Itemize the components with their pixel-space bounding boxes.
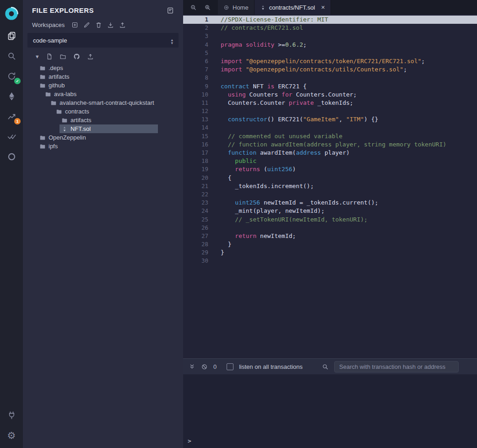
line-number: 2 <box>183 24 208 32</box>
code-line[interactable]: 8 <box>183 74 477 82</box>
solidity-analysis-icon[interactable]: 1 <box>0 106 23 126</box>
code-line[interactable]: 15 // commented out unused variable <box>183 132 477 140</box>
code-line[interactable]: 10 using Counters for Counters.Counter; <box>183 91 477 99</box>
circle-plugin-icon[interactable] <box>0 146 23 167</box>
tree-item[interactable]: NFT.sol <box>23 124 183 133</box>
code-line[interactable]: 3 <box>183 32 477 40</box>
tree-item[interactable]: avalanche-smart-contract-quickstart <box>23 98 183 107</box>
terminal-search-input[interactable] <box>334 361 459 372</box>
file-explorer-icon[interactable] <box>0 26 23 46</box>
line-number: 14 <box>183 124 208 132</box>
code-line[interactable]: 28 } <box>183 240 477 248</box>
code-line[interactable]: 9contract NFT is ERC721 { <box>183 82 477 91</box>
clear-console-icon[interactable] <box>201 363 208 370</box>
code-line[interactable]: 7import "@openzeppelin/contracts/utils/C… <box>183 65 477 74</box>
line-number: 6 <box>183 57 208 65</box>
line-number: 16 <box>183 140 208 149</box>
unit-testing-icon[interactable] <box>0 126 23 146</box>
clone-github-icon[interactable] <box>73 53 80 60</box>
line-number: 18 <box>183 157 208 165</box>
plugin-manager-icon[interactable] <box>0 405 23 425</box>
tree-item[interactable]: OpenZeppelin <box>23 133 183 142</box>
tree-item[interactable]: contracts <box>23 107 183 116</box>
code-line[interactable]: 21 _tokenIds.increment(); <box>183 182 477 190</box>
code-line[interactable]: 18 public <box>183 157 477 165</box>
code-line[interactable]: 11 Counters.Counter private _tokenIds; <box>183 99 477 107</box>
tree-item-label: github <box>49 81 65 90</box>
code-line[interactable]: 12 <box>183 107 477 115</box>
download-workspaces-icon[interactable] <box>107 22 114 28</box>
icon-sidebar-top: ✓1 <box>0 2 23 167</box>
line-number: 27 <box>183 232 208 240</box>
icon-sidebar: ✓1 ⚙ <box>0 0 23 448</box>
terminal-output[interactable]: > <box>183 374 477 448</box>
tree-item[interactable]: ipfs <box>23 142 183 151</box>
line-number: 26 <box>183 224 208 232</box>
workspace-selector[interactable]: code-sample ▴▾ <box>27 33 179 48</box>
code-line[interactable]: 26 <box>183 224 477 232</box>
code-editor[interactable]: 1//SPDX-License-Identifier: MIT2// contr… <box>183 15 477 358</box>
file-tree-toolbar: ▾ <box>23 48 183 63</box>
new-folder-icon[interactable] <box>60 53 66 60</box>
line-number: 30 <box>183 257 208 265</box>
close-tab-icon[interactable]: ✕ <box>321 5 325 11</box>
code-line[interactable]: 30 <box>183 257 477 265</box>
code-line[interactable]: 20 { <box>183 174 477 182</box>
code-line[interactable]: 23 uint256 newItemId = _tokenIds.current… <box>183 199 477 207</box>
collapse-tree-icon[interactable]: ▾ <box>36 54 39 59</box>
tree-item-label: OpenZeppelin <box>49 133 86 142</box>
code-line[interactable]: 14 <box>183 124 477 132</box>
expand-terminal-icon[interactable] <box>189 363 195 370</box>
code-line[interactable]: 19 returns (uint256) <box>183 165 477 173</box>
line-number: 23 <box>183 199 208 207</box>
rename-workspace-icon[interactable] <box>83 22 90 28</box>
new-file-icon[interactable] <box>46 53 53 60</box>
zoom-out-icon[interactable] <box>190 4 197 11</box>
upload-file-icon[interactable] <box>87 53 94 60</box>
code-line[interactable]: 17 function awardItem(address player) <box>183 149 477 157</box>
code-line[interactable]: 4pragma solidity >=0.6.2; <box>183 41 477 49</box>
menu-icon[interactable] <box>167 7 174 14</box>
listen-transactions-checkbox[interactable] <box>227 363 233 370</box>
code-line[interactable]: 27 return newItemId; <box>183 232 477 240</box>
solidity-compiler-icon[interactable]: ✓ <box>0 66 23 86</box>
restore-workspaces-icon[interactable] <box>119 22 126 28</box>
code-line[interactable]: 25 // _setTokenURI(newItemId, tokenURI); <box>183 216 477 224</box>
zoom-in-icon[interactable] <box>204 4 211 11</box>
search-icon[interactable] <box>0 46 23 66</box>
settings-icon[interactable]: ⚙ <box>0 425 23 445</box>
tree-item-label: artifacts <box>49 72 70 81</box>
editor-tabbar: Homecontracts/NFT.sol✕ <box>183 0 477 15</box>
tab-label: contracts/NFT.sol <box>269 4 315 11</box>
tree-item[interactable]: .deps <box>23 64 183 72</box>
code-line[interactable]: 22 <box>183 190 477 199</box>
folder-open-icon <box>56 108 62 115</box>
folder-open-icon <box>45 91 51 97</box>
code-line[interactable]: 24 _mint(player, newItemId); <box>183 207 477 215</box>
code-line[interactable]: 16 // function awardItem(address player,… <box>183 140 477 149</box>
deploy-run-icon[interactable] <box>0 86 23 106</box>
tree-item[interactable]: artifacts <box>23 72 183 81</box>
tree-item[interactable]: ava-labs <box>23 90 183 98</box>
line-number: 17 <box>183 149 208 157</box>
delete-workspace-icon[interactable] <box>95 22 102 28</box>
code-line[interactable]: 6import "@openzeppelin/contracts/token/E… <box>183 57 477 65</box>
code-line[interactable]: 1//SPDX-License-Identifier: MIT <box>183 16 477 24</box>
line-number: 25 <box>183 216 208 224</box>
code-line[interactable]: 5 <box>183 49 477 57</box>
code-line[interactable]: 2// contracts/ERC721.sol <box>183 24 477 32</box>
code-line[interactable]: 13 constructor() ERC721("GameItem", "ITM… <box>183 115 477 124</box>
create-workspace-icon[interactable] <box>71 22 78 28</box>
tree-item[interactable]: github <box>23 81 183 90</box>
tab-contracts-nft-sol[interactable]: contracts/NFT.sol✕ <box>255 0 331 15</box>
line-number: 15 <box>183 132 208 140</box>
tab-home[interactable]: Home <box>218 0 255 15</box>
remix-ide-app: ✓1 ⚙ FILE EXPLORERS Workspaces code-samp… <box>0 0 477 448</box>
tree-item[interactable]: artifacts <box>23 116 183 124</box>
tree-item-label: artifacts <box>70 116 92 124</box>
code-line[interactable]: 29} <box>183 248 477 257</box>
icon-sidebar-bottom: ⚙ <box>0 405 23 448</box>
terminal-toolbar: 0 listen on all transactions <box>183 358 477 374</box>
folder-icon <box>39 74 46 80</box>
line-number: 10 <box>183 91 208 99</box>
